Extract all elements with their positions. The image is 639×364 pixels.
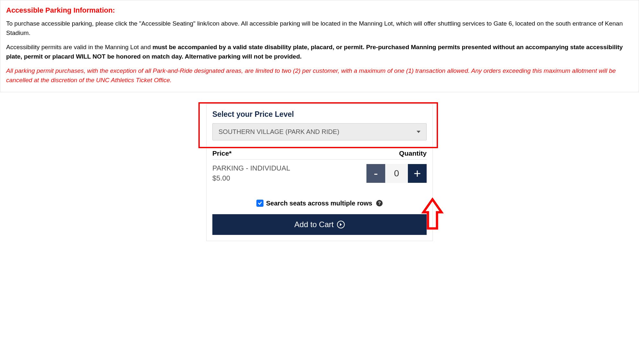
multi-row-checkbox-row: Search seats across multiple rows ? (212, 200, 427, 207)
price-item-row: PARKING - INDIVIDUAL $5.00 - 0 + (212, 163, 427, 183)
multi-row-checkbox-label: Search seats across multiple rows (266, 200, 372, 207)
svg-marker-0 (340, 223, 342, 226)
quantity-value: 0 (385, 164, 408, 183)
price-item-info: PARKING - INDIVIDUAL $5.00 (212, 163, 290, 183)
quantity-stepper: - 0 + (366, 164, 427, 183)
price-level-panel: Select your Price Level SOUTHERN VILLAGE… (206, 104, 433, 241)
add-to-cart-button[interactable]: Add to Cart (212, 214, 427, 235)
quantity-decrease-button[interactable]: - (366, 164, 385, 183)
accessible-parking-info-panel: Accessible Parking Information: To purch… (0, 0, 639, 92)
dropdown-selected-value: SOUTHERN VILLAGE (PARK AND RIDE) (219, 128, 339, 136)
checkmark-icon (258, 201, 262, 205)
price-item-price: $5.00 (212, 173, 290, 183)
select-price-level-title: Select your Price Level (212, 110, 427, 119)
add-to-cart-label: Add to Cart (294, 220, 333, 229)
chevron-right-circle-icon (337, 221, 345, 228)
price-level-dropdown[interactable]: SOUTHERN VILLAGE (PARK AND RIDE) (212, 123, 427, 140)
info-paragraph-2: Accessibility permits are valid in the M… (6, 43, 633, 61)
info-title: Accessible Parking Information: (6, 6, 633, 15)
selector-wrapper: Select your Price Level SOUTHERN VILLAGE… (0, 104, 639, 241)
chevron-down-icon (417, 131, 420, 133)
info-paragraph-3: All parking permit purchases, with the e… (6, 66, 633, 85)
quantity-increase-button[interactable]: + (408, 164, 427, 183)
price-quantity-header: Price* Quantity (212, 149, 427, 160)
price-item-name: PARKING - INDIVIDUAL (212, 163, 290, 173)
help-icon[interactable]: ? (376, 200, 383, 206)
info-paragraph-1: To purchase accessible parking, please c… (6, 19, 633, 38)
selector-inner: Select your Price Level SOUTHERN VILLAGE… (207, 104, 432, 241)
info-p2-prefix: Accessibility permits are valid in the M… (6, 44, 152, 50)
multi-row-checkbox[interactable] (256, 200, 263, 207)
price-header-label: Price* (212, 149, 232, 157)
quantity-header-label: Quantity (399, 149, 427, 157)
